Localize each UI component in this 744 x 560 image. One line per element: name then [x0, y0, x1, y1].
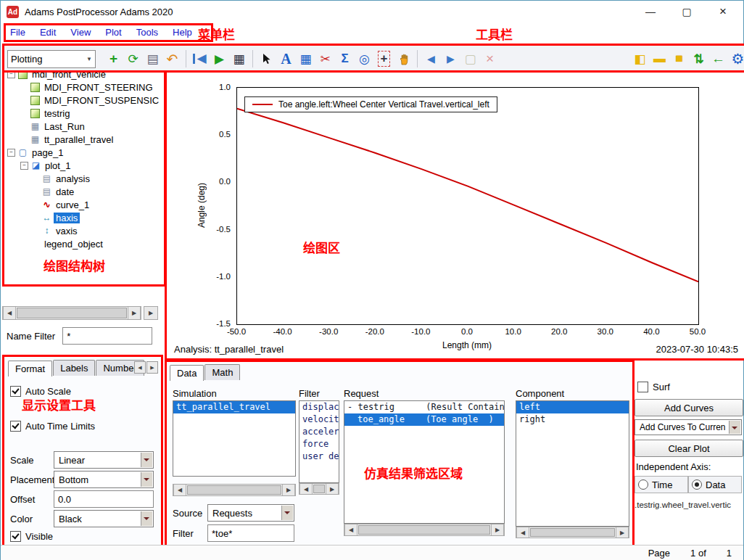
- color-dropdown[interactable]: Black: [54, 510, 154, 527]
- tree-item-simulation[interactable]: ▦ tt_parallel_travel: [4, 133, 164, 146]
- minimize-button[interactable]: —: [643, 6, 658, 17]
- select-cursor-icon[interactable]: [257, 49, 276, 68]
- tree-item-legend[interactable]: legend_object: [4, 237, 164, 250]
- expander-icon[interactable]: −: [7, 149, 15, 157]
- print-icon[interactable]: ▤: [144, 49, 162, 68]
- tab-format[interactable]: Format: [8, 361, 52, 376]
- menu-view[interactable]: View: [70, 27, 91, 38]
- tree-item-page[interactable]: − ▢ page_1: [4, 146, 164, 159]
- tree-item-date[interactable]: ▤ date: [4, 185, 164, 198]
- reload-icon[interactable]: ⟳: [124, 49, 142, 68]
- tree-item-vaxis[interactable]: ↕ vaxis: [4, 224, 164, 237]
- settings-gear-icon[interactable]: ⚙: [729, 49, 744, 68]
- list-item-filter[interactable]: displacem: [299, 401, 339, 413]
- scale-dropdown[interactable]: Linear: [54, 451, 154, 469]
- menu-plot[interactable]: Plot: [105, 27, 121, 38]
- checkbox-icon[interactable]: [637, 382, 648, 392]
- simulation-list[interactable]: tt_parallel_travel: [173, 400, 296, 477]
- mode-select[interactable]: Plotting ▼: [7, 50, 96, 68]
- filter-hscrollbar[interactable]: ◀ ▶: [299, 483, 339, 495]
- checkbox-icon[interactable]: [10, 421, 21, 432]
- list-item-request[interactable]: - testrig (Result Container: [344, 401, 504, 413]
- plot-frame[interactable]: [236, 87, 699, 325]
- source-dropdown[interactable]: Requests: [207, 504, 294, 522]
- tree-item-plot[interactable]: − ◪ plot_1: [4, 159, 164, 172]
- scrollbar-thumb[interactable]: [358, 525, 490, 535]
- list-item-filter[interactable]: force: [299, 438, 339, 450]
- placement-dropdown[interactable]: Bottom: [54, 471, 154, 488]
- scroll-right-icon[interactable]: ▶: [491, 524, 504, 535]
- scroll-left-icon[interactable]: ◀: [344, 524, 357, 535]
- layout-bar-icon[interactable]: ▬: [650, 49, 669, 68]
- tab-scroll-left-icon[interactable]: ◀: [134, 361, 146, 374]
- radio-icon[interactable]: [638, 479, 648, 490]
- tab-labels[interactable]: Labels: [53, 360, 95, 376]
- visible-checkbox[interactable]: Visible: [10, 531, 53, 542]
- tree-item-analysis[interactable]: ▤ analysis: [4, 172, 164, 185]
- scroll-right-icon[interactable]: ▶: [128, 307, 141, 319]
- request-list[interactable]: - testrig (Result Container toe_angle (T…: [344, 400, 505, 524]
- new-plot-icon[interactable]: +: [104, 49, 123, 68]
- close-button[interactable]: ×: [716, 4, 730, 19]
- scrollbar-thumb[interactable]: [313, 485, 325, 493]
- filter-type-list[interactable]: displacem velocity accelerat force user …: [299, 400, 339, 483]
- plot-template-icon[interactable]: ▦: [297, 49, 315, 68]
- scroll-right-icon[interactable]: ▶: [282, 485, 295, 495]
- radio-icon[interactable]: [692, 479, 702, 490]
- layout-left-icon[interactable]: ◧: [631, 49, 649, 68]
- name-filter-input[interactable]: [62, 327, 152, 345]
- play-icon[interactable]: ▶: [210, 49, 228, 68]
- tree-item-testrig[interactable]: testrig: [4, 107, 164, 120]
- list-item-component[interactable]: right: [516, 413, 629, 426]
- radio-data[interactable]: Data: [688, 476, 742, 493]
- text-tool-icon[interactable]: A: [277, 49, 295, 68]
- list-item-filter[interactable]: velocity: [299, 413, 339, 426]
- list-item-filter[interactable]: user defi: [299, 450, 339, 463]
- zoom-box-icon[interactable]: ◎: [355, 49, 373, 68]
- expander-icon[interactable]: −: [7, 70, 15, 78]
- new-page-icon[interactable]: ▢: [461, 49, 479, 68]
- menu-help[interactable]: Help: [173, 27, 192, 38]
- menu-file[interactable]: File: [10, 27, 25, 38]
- go-first-icon[interactable]: ◀: [193, 54, 206, 64]
- scrollbar-thumb[interactable]: [187, 485, 281, 495]
- delete-page-icon[interactable]: ×: [481, 49, 499, 68]
- scroll-right-icon[interactable]: ▶: [326, 484, 339, 494]
- tree-item-subsystem[interactable]: MDI_FRONT_STEERING: [4, 81, 164, 94]
- offset-input[interactable]: [54, 490, 154, 508]
- next-page-icon[interactable]: ▶: [442, 49, 460, 68]
- scroll-left-icon[interactable]: ◀: [3, 307, 16, 319]
- component-list[interactable]: left right: [516, 400, 629, 527]
- scroll-right-icon[interactable]: ▶: [616, 527, 629, 538]
- back-icon[interactable]: ←: [709, 49, 727, 68]
- scroll-left-icon[interactable]: ◀: [299, 484, 313, 494]
- layout-page-icon[interactable]: ■: [670, 49, 688, 68]
- filter-input[interactable]: [207, 524, 294, 542]
- swap-view-icon[interactable]: ⇅: [690, 49, 708, 68]
- add-curves-button[interactable]: Add Curves: [635, 399, 743, 416]
- tab-math[interactable]: Math: [204, 364, 240, 380]
- list-item-simulation[interactable]: tt_parallel_travel: [173, 401, 295, 413]
- prev-page-icon[interactable]: ◀: [422, 49, 440, 68]
- tab-scroll-right-icon[interactable]: ▶: [146, 361, 158, 374]
- tree-item-curve[interactable]: ∿ curve_1: [4, 198, 164, 211]
- tree-hscrollbar[interactable]: ◀ ▶: [2, 306, 141, 320]
- curve-edit-icon[interactable]: ✂: [316, 49, 334, 68]
- maximize-button[interactable]: ▢: [679, 6, 694, 17]
- checkbox-icon[interactable]: [10, 531, 21, 542]
- fit-view-icon[interactable]: +: [378, 51, 391, 67]
- clear-plot-button[interactable]: Clear Plot: [635, 440, 743, 457]
- add-curves-mode-dropdown[interactable]: Add Curves To Curren: [635, 419, 742, 435]
- component-hscrollbar[interactable]: ◀ ▶: [516, 527, 629, 538]
- animation-icon[interactable]: ▦: [230, 49, 248, 68]
- menu-tools[interactable]: Tools: [136, 27, 158, 38]
- list-item-component[interactable]: left: [516, 401, 629, 413]
- list-item-request[interactable]: toe_angle (Toe angle ): [344, 413, 504, 426]
- tab-data[interactable]: Data: [170, 365, 204, 381]
- statistics-icon[interactable]: Σ: [336, 49, 354, 68]
- tree-item-haxis[interactable]: ↔ haxis: [4, 211, 164, 224]
- radio-time[interactable]: Time: [635, 476, 688, 493]
- expander-icon[interactable]: −: [20, 162, 28, 170]
- scrollbar-thumb[interactable]: [17, 308, 127, 318]
- simulation-hscrollbar[interactable]: ◀ ▶: [173, 484, 296, 496]
